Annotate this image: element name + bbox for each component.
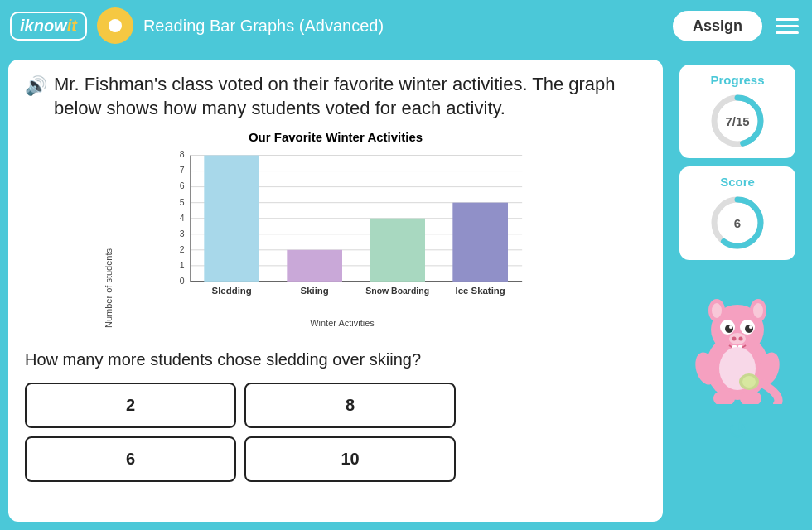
svg-text:3: 3 [180, 229, 185, 238]
back-arrow-icon: ↺ [727, 417, 748, 444]
sound-icon[interactable]: 🔊 [25, 75, 47, 99]
bar-chart: 0 1 2 3 4 5 6 7 [117, 147, 568, 313]
monster-area [679, 272, 795, 404]
svg-text:Skiing: Skiing [301, 286, 329, 296]
right-sidebar: Progress 7/15 Score 6 [671, 60, 804, 522]
answer-option-b[interactable]: 8 [244, 383, 456, 428]
progress-card: Progress 7/15 [679, 65, 795, 158]
svg-text:4: 4 [180, 214, 185, 223]
content-panel: 🔊 Mr. Fishman's class voted on their fav… [8, 60, 663, 522]
svg-text:7: 7 [180, 166, 185, 176]
hamburger-line-3 [776, 31, 799, 34]
menu-button[interactable] [772, 15, 802, 37]
chart-title: Our Favorite Winter Activities [104, 130, 568, 144]
answer-option-d[interactable]: 10 [244, 436, 456, 482]
score-circle: 6 [708, 194, 766, 252]
progress-circle: 7/15 [708, 92, 766, 150]
svg-text:Snow Boarding: Snow Boarding [365, 287, 429, 296]
score-label: Score [688, 175, 787, 189]
bar-skiing [287, 250, 342, 282]
svg-text:5: 5 [180, 198, 185, 207]
svg-point-41 [739, 337, 743, 341]
logo-text: iknowit [20, 17, 77, 35]
svg-point-37 [729, 325, 732, 329]
svg-text:Ice Skating: Ice Skating [456, 286, 505, 296]
logo: iknowit [10, 12, 87, 41]
svg-point-40 [732, 337, 737, 341]
answer-option-c[interactable]: 6 [25, 436, 236, 482]
header: iknowit Reading Bar Graphs (Advanced) As… [0, 0, 812, 51]
hamburger-line-2 [776, 25, 799, 27]
y-axis-label: Number of students [104, 248, 114, 328]
svg-point-50 [742, 376, 756, 388]
score-value: 6 [734, 216, 741, 230]
svg-text:2: 2 [180, 245, 185, 254]
x-axis-label: Winter Activities [117, 318, 568, 328]
progress-value: 7/15 [725, 114, 749, 128]
svg-text:8: 8 [180, 151, 185, 160]
bar-sledding [204, 156, 259, 282]
svg-point-35 [725, 325, 733, 333]
question-block: 🔊 Mr. Fishman's class voted on their fav… [25, 73, 646, 120]
svg-point-32 [753, 303, 763, 318]
svg-text:0: 0 [180, 277, 185, 286]
page-title: Reading Bar Graphs (Advanced) [143, 17, 663, 36]
hamburger-line-1 [776, 18, 799, 21]
svg-point-38 [749, 325, 752, 329]
chart-inner: 0 1 2 3 4 5 6 7 [117, 147, 568, 328]
chart-container: Our Favorite Winter Activities Number of… [104, 130, 568, 328]
back-navigation-button[interactable]: ↺ [727, 416, 748, 445]
divider [25, 340, 646, 340]
svg-text:Sledding: Sledding [212, 286, 252, 296]
bar-iceskating [452, 203, 508, 282]
assign-button[interactable]: Assign [673, 11, 762, 41]
monster-svg [688, 276, 787, 404]
question-text: Mr. Fishman's class voted on their favor… [54, 73, 646, 120]
spinner-inner [109, 19, 122, 32]
bar-snowboarding [370, 219, 425, 282]
spinner [97, 7, 133, 44]
score-card: Score 6 [679, 166, 795, 260]
answer-option-a[interactable]: 2 [25, 383, 236, 428]
progress-label: Progress [688, 73, 787, 87]
svg-point-39 [729, 333, 746, 344]
svg-text:6: 6 [180, 182, 185, 191]
svg-point-31 [712, 303, 722, 318]
sub-question: How many more students chose sledding ov… [25, 349, 646, 371]
answer-grid: 2 8 6 10 [25, 383, 456, 482]
svg-point-36 [745, 325, 753, 333]
svg-text:1: 1 [180, 261, 185, 270]
chart-area: Number of students 0 1 2 3 4 [104, 147, 568, 328]
main-area: 🔊 Mr. Fishman's class voted on their fav… [0, 51, 812, 530]
